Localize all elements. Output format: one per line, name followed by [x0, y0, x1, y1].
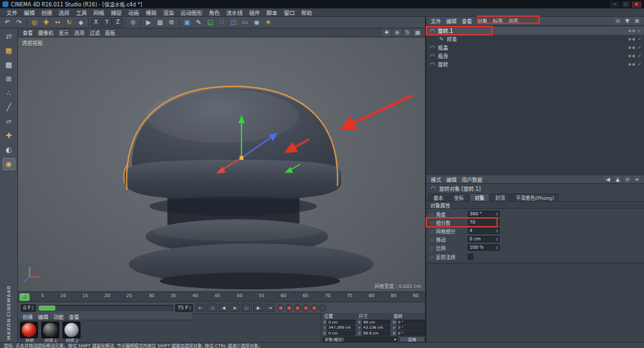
material-gray[interactable]: 材质.2 — [62, 322, 82, 343]
viewport[interactable]: 透视视图 网格宽度 : 0.001 cm — [18, 37, 425, 291]
attribute-section-header[interactable]: 对象属性 — [426, 201, 644, 209]
viewport-menu-item[interactable]: 显示 — [56, 29, 71, 36]
layers-icon[interactable]: ≣ — [633, 17, 641, 24]
coordinate-field[interactable]: 43.136 cm — [362, 325, 390, 331]
spline-pen-icon[interactable]: ✎ — [193, 17, 204, 27]
menu-item[interactable]: 捕捉 — [108, 8, 125, 16]
menu-item[interactable]: 选择 — [55, 8, 73, 16]
coordinate-field[interactable]: 0 cm — [327, 331, 355, 336]
object-row-body[interactable]: ◠ 瓶身 ✓ — [426, 52, 644, 60]
parameter-value-field[interactable]: 4 ▴▾ — [468, 227, 500, 234]
last-tool-icon[interactable]: ◈ — [75, 17, 86, 27]
primitive-cube-icon[interactable]: ▣ — [182, 17, 193, 27]
enable-axis-icon[interactable]: ✚ — [3, 130, 15, 142]
coordinate-mode-dropdown[interactable]: 对象(相对)▾ — [323, 336, 398, 342]
object-row-cap[interactable]: ◠ 瓶盖 ✓ — [426, 43, 644, 52]
attribute-menu-item[interactable]: 用户数据 — [459, 176, 485, 183]
attribute-tab[interactable]: 对象 — [469, 193, 489, 201]
scale-tool-icon[interactable]: ↔ — [52, 17, 63, 27]
stepper-icon[interactable]: ▴▾ — [497, 220, 498, 225]
object-state-toggles[interactable]: ✓ — [629, 28, 641, 34]
convert-editable-icon[interactable]: ⇄ — [3, 30, 15, 43]
viewport-menu-item[interactable]: 面板 — [102, 29, 118, 36]
object-row-lathe[interactable]: ◠ 旋转 ✓ — [426, 60, 644, 68]
menu-item[interactable]: 插件 — [246, 8, 263, 16]
close-button[interactable]: ✕ — [632, 1, 641, 8]
points-mode-icon[interactable]: ∴ — [3, 87, 15, 99]
object-row-lathe-1[interactable]: ◠ 旋转.1 ✓ — [426, 26, 644, 35]
timeline-power-slider[interactable] — [38, 305, 173, 311]
attribute-tab[interactable]: 封顶 — [490, 193, 510, 201]
x-axis-lock-button[interactable]: X — [91, 18, 101, 27]
object-state-toggles[interactable]: ✓ — [629, 53, 641, 59]
move-tool-icon[interactable]: ✚ — [41, 17, 52, 27]
coordinate-field[interactable]: 0 ° — [397, 320, 425, 325]
camera-icon[interactable]: ◉ — [251, 17, 262, 27]
live-selection-icon[interactable]: ◎ — [29, 17, 40, 27]
parameter-value-field[interactable]: 0 cm ▴▾ — [468, 236, 500, 242]
attribute-menu-item[interactable]: 模式 — [428, 176, 444, 183]
prev-key-button[interactable]: ◁ — [207, 304, 217, 312]
model-mode-icon[interactable]: ▦ — [3, 44, 15, 57]
edges-mode-icon[interactable]: ╱ — [3, 101, 15, 113]
stepper-icon[interactable]: ▴▾ — [497, 237, 498, 242]
object-state-toggles[interactable]: ✓ — [629, 37, 641, 42]
stepper-icon[interactable]: ▴▾ — [189, 305, 191, 310]
orbit-icon[interactable]: ↻ — [403, 29, 412, 36]
filter-icon[interactable]: ▼ — [623, 17, 631, 24]
toolbar-icon[interactable] — [179, 19, 180, 26]
material-menu-item[interactable]: 创建 — [20, 313, 35, 320]
render-settings-icon[interactable]: ⚙ — [166, 17, 177, 27]
y-axis-lock-button[interactable]: Y — [102, 18, 112, 27]
stepper-icon[interactable]: ▴▾ — [497, 212, 498, 217]
object-manager-menu-item[interactable]: 标签 — [490, 17, 506, 24]
parameter-value-field[interactable]: 360 ° ▴▾ — [468, 211, 500, 217]
object-row-spline[interactable]: ✎ 样条 ✓ — [426, 35, 644, 43]
back-icon[interactable]: ◀ — [604, 176, 612, 183]
material-menu-item[interactable]: 功能 — [51, 313, 66, 320]
timeline-ruler[interactable]: 0 051015202530354045505560657075808590 — [18, 291, 425, 302]
up-icon[interactable]: ▲ — [614, 176, 621, 183]
model-thermos-cap[interactable] — [124, 86, 374, 289]
autokey-button[interactable]: ● — [285, 304, 292, 311]
workplane-mode-icon[interactable]: ⊞ — [3, 73, 15, 85]
viewport-menu-item[interactable]: 查看 — [20, 29, 35, 36]
stepper-icon[interactable]: ▴▾ — [497, 246, 498, 250]
record-parameter-button[interactable]: ◦ — [319, 304, 326, 311]
attribute-tab[interactable]: 基本 — [428, 193, 448, 201]
parameter-value-field[interactable]: 100 % ▴▾ — [468, 244, 500, 251]
subdivision-surface-icon[interactable]: ◱ — [205, 17, 216, 27]
stepper-icon[interactable]: ▴▾ — [497, 229, 498, 233]
toolbar-icon[interactable] — [88, 19, 89, 26]
menu-item[interactable]: 帮助 — [298, 8, 316, 16]
record-scale-button[interactable]: ● — [302, 304, 309, 311]
end-frame-field[interactable]: 75 F ▴▾ — [175, 304, 194, 312]
record-rotation-button[interactable]: ● — [310, 304, 317, 311]
light-icon[interactable]: ☀ — [263, 17, 274, 27]
coordinate-field[interactable]: 99 cm — [362, 320, 390, 325]
menu-item[interactable]: 编辑 — [21, 8, 38, 16]
current-frame-field[interactable]: 0 F ▴▾ — [21, 304, 36, 312]
material-red[interactable]: 材质 — [20, 322, 39, 343]
viewport-menu-item[interactable]: 过滤 — [87, 29, 102, 36]
menu-item[interactable]: 角色 — [205, 8, 223, 16]
coordinate-field[interactable]: 0 ° — [397, 331, 425, 336]
bend-deformer-icon[interactable]: ◫ — [228, 17, 239, 27]
object-manager-menu-item[interactable]: 书签 — [506, 17, 521, 24]
menu-item[interactable]: 动画 — [125, 8, 142, 16]
undo-icon[interactable]: ↶ — [2, 17, 13, 27]
material-menu-item[interactable]: 查看 — [66, 313, 82, 320]
stepper-icon[interactable]: ▴▾ — [32, 305, 33, 310]
menu-item[interactable]: 脚本 — [263, 8, 281, 16]
texture-mode-icon[interactable]: ▩ — [3, 59, 15, 71]
menu-item[interactable]: 文件 — [3, 8, 21, 16]
object-state-toggles[interactable]: ✓ — [629, 62, 641, 67]
render-view-icon[interactable]: ▶ — [143, 17, 154, 27]
attribute-tab[interactable]: 坐标 — [449, 193, 469, 201]
toolbar-icon[interactable] — [140, 19, 141, 26]
menu-item[interactable]: 模拟 — [142, 8, 160, 16]
cloner-icon[interactable]: ∷ — [216, 17, 227, 27]
toolbar-icon[interactable] — [26, 19, 27, 26]
attribute-tab[interactable]: 平滑着色(Phong) — [511, 193, 559, 201]
power-slider-handle[interactable] — [39, 305, 55, 311]
